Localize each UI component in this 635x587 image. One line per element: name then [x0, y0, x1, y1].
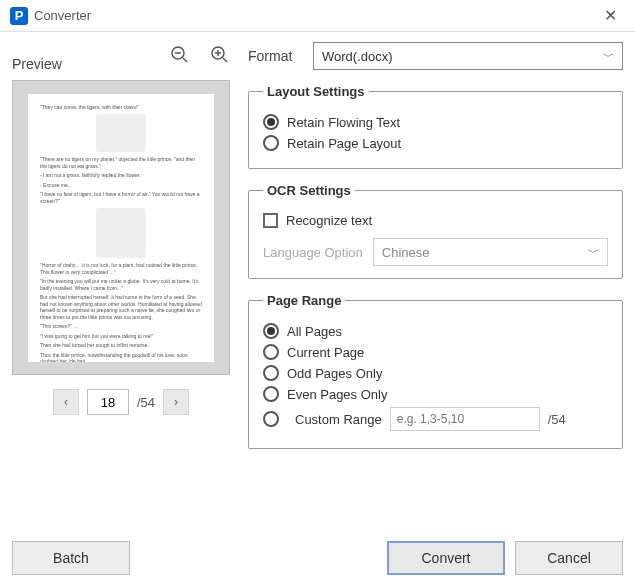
format-selected-value: Word(.docx)	[322, 49, 393, 64]
custom-range-label: Custom Range	[295, 412, 382, 427]
all-pages-radio[interactable]: All Pages	[263, 323, 608, 339]
zoom-in-icon[interactable]	[210, 45, 230, 69]
app-icon: P	[10, 7, 28, 25]
radio-icon	[263, 114, 279, 130]
page-range-group: Page Range All Pages Current Page Odd Pa…	[248, 293, 623, 449]
preview-label: Preview	[12, 56, 62, 72]
chevron-down-icon: ﹀	[603, 49, 614, 64]
retain-page-radio[interactable]: Retain Page Layout	[263, 135, 608, 151]
recognize-text-label: Recognize text	[286, 213, 372, 228]
titlebar: P Converter ✕	[0, 0, 635, 32]
current-page-radio[interactable]: Current Page	[263, 344, 608, 360]
chevron-down-icon: ﹀	[588, 245, 599, 260]
retain-flowing-radio[interactable]: Retain Flowing Text	[263, 114, 608, 130]
retain-page-label: Retain Page Layout	[287, 136, 401, 151]
radio-icon	[263, 386, 279, 402]
language-selected-value: Chinese	[382, 245, 430, 260]
radio-icon	[263, 365, 279, 381]
close-icon[interactable]: ✕	[596, 2, 625, 29]
custom-range-radio[interactable]: Custom Range /54	[263, 407, 608, 431]
svg-line-4	[223, 58, 227, 62]
svg-line-1	[183, 58, 187, 62]
radio-icon	[263, 135, 279, 151]
language-option-label: Language Option	[263, 245, 363, 260]
radio-icon	[263, 323, 279, 339]
convert-button[interactable]: Convert	[387, 541, 505, 575]
layout-settings-group: Layout Settings Retain Flowing Text Reta…	[248, 84, 623, 169]
format-label: Format	[248, 48, 303, 64]
even-pages-radio[interactable]: Even Pages Only	[263, 386, 608, 402]
page-thumbnail: "They can come, the tigers, with their c…	[28, 94, 214, 362]
checkbox-icon	[263, 213, 278, 228]
radio-icon	[263, 344, 279, 360]
radio-icon	[263, 411, 279, 427]
odd-pages-radio[interactable]: Odd Pages Only	[263, 365, 608, 381]
next-page-button[interactable]: ›	[163, 389, 189, 415]
prev-page-button[interactable]: ‹	[53, 389, 79, 415]
cancel-button[interactable]: Cancel	[515, 541, 623, 575]
custom-range-input[interactable]	[390, 407, 540, 431]
odd-pages-label: Odd Pages Only	[287, 366, 382, 381]
recognize-text-checkbox[interactable]: Recognize text	[263, 213, 608, 228]
window-title: Converter	[34, 8, 91, 23]
page-navigator: ‹ /54 ›	[12, 389, 230, 415]
ocr-settings-group: OCR Settings Recognize text Language Opt…	[248, 183, 623, 279]
layout-legend: Layout Settings	[263, 84, 369, 99]
batch-button[interactable]: Batch	[12, 541, 130, 575]
custom-range-total: /54	[548, 412, 566, 427]
preview-pane: "They can come, the tigers, with their c…	[12, 80, 230, 375]
retain-flowing-label: Retain Flowing Text	[287, 115, 400, 130]
current-page-label: Current Page	[287, 345, 364, 360]
format-select[interactable]: Word(.docx) ﹀	[313, 42, 623, 70]
even-pages-label: Even Pages Only	[287, 387, 387, 402]
page-total-label: /54	[137, 395, 155, 410]
zoom-out-icon[interactable]	[170, 45, 190, 69]
all-pages-label: All Pages	[287, 324, 342, 339]
language-select[interactable]: Chinese ﹀	[373, 238, 608, 266]
ocr-legend: OCR Settings	[263, 183, 355, 198]
page-number-input[interactable]	[87, 389, 129, 415]
range-legend: Page Range	[263, 293, 345, 308]
